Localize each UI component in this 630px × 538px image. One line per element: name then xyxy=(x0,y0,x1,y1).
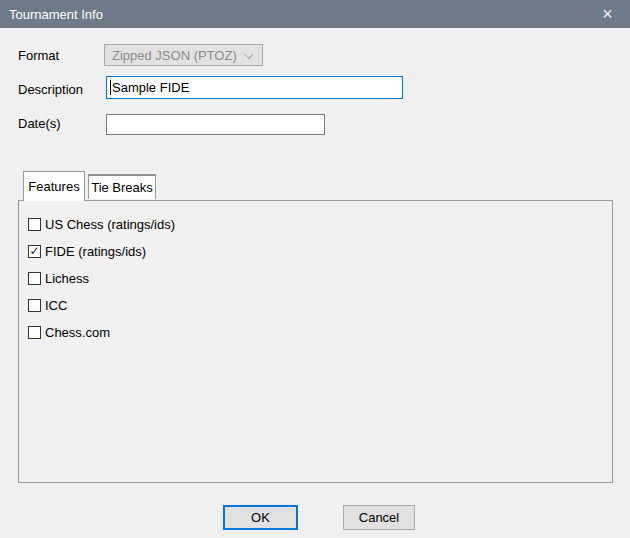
checkbox-row[interactable]: Lichess xyxy=(28,271,175,285)
tab-features[interactable]: Features xyxy=(23,171,85,201)
checkbox-checked-icon[interactable]: ✓ xyxy=(28,245,41,258)
format-label: Format xyxy=(18,48,59,64)
dialog-title: Tournament Info xyxy=(0,7,103,22)
dates-input[interactable] xyxy=(106,114,325,135)
cancel-button[interactable]: Cancel xyxy=(343,505,415,530)
description-label: Description xyxy=(18,82,83,98)
description-input[interactable]: Sample FIDE xyxy=(106,76,403,99)
chevron-down-icon xyxy=(244,50,253,59)
tab-features-label: Features xyxy=(28,179,79,194)
format-dropdown[interactable]: Zipped JSON (PTOZ) xyxy=(104,44,263,66)
tab-tie-breaks-label: Tie Breaks xyxy=(91,180,153,195)
text-caret xyxy=(110,80,111,95)
ok-button[interactable]: OK xyxy=(223,505,298,530)
checkbox-row[interactable]: Chess.com xyxy=(28,325,175,339)
checkbox-row[interactable]: US Chess (ratings/ids) xyxy=(28,217,175,231)
checkbox-unchecked-icon[interactable] xyxy=(28,299,41,312)
features-tab-panel: US Chess (ratings/ids)✓FIDE (ratings/ids… xyxy=(18,200,613,483)
format-dropdown-value: Zipped JSON (PTOZ) xyxy=(112,48,237,63)
close-icon[interactable]: × xyxy=(585,0,630,28)
checkbox-label: Lichess xyxy=(41,271,89,286)
tournament-info-dialog: Tournament Info × Format Zipped JSON (PT… xyxy=(0,0,630,538)
tab-tie-breaks[interactable]: Tie Breaks xyxy=(88,174,156,199)
description-input-value: Sample FIDE xyxy=(112,80,189,95)
checkbox-label: ICC xyxy=(41,298,67,313)
checkbox-unchecked-icon[interactable] xyxy=(28,218,41,231)
checkbox-unchecked-icon[interactable] xyxy=(28,272,41,285)
checkbox-unchecked-icon[interactable] xyxy=(28,326,41,339)
checkbox-label: Chess.com xyxy=(41,325,110,340)
checkbox-row[interactable]: ✓FIDE (ratings/ids) xyxy=(28,244,175,258)
dates-label: Date(s) xyxy=(18,116,61,132)
cancel-button-label: Cancel xyxy=(359,510,399,525)
titlebar[interactable]: Tournament Info × xyxy=(0,0,630,28)
checkbox-label: US Chess (ratings/ids) xyxy=(41,217,175,232)
checkbox-label: FIDE (ratings/ids) xyxy=(41,244,146,259)
checkbox-row[interactable]: ICC xyxy=(28,298,175,312)
feature-checkbox-list: US Chess (ratings/ids)✓FIDE (ratings/ids… xyxy=(28,217,175,339)
ok-button-label: OK xyxy=(251,510,270,525)
